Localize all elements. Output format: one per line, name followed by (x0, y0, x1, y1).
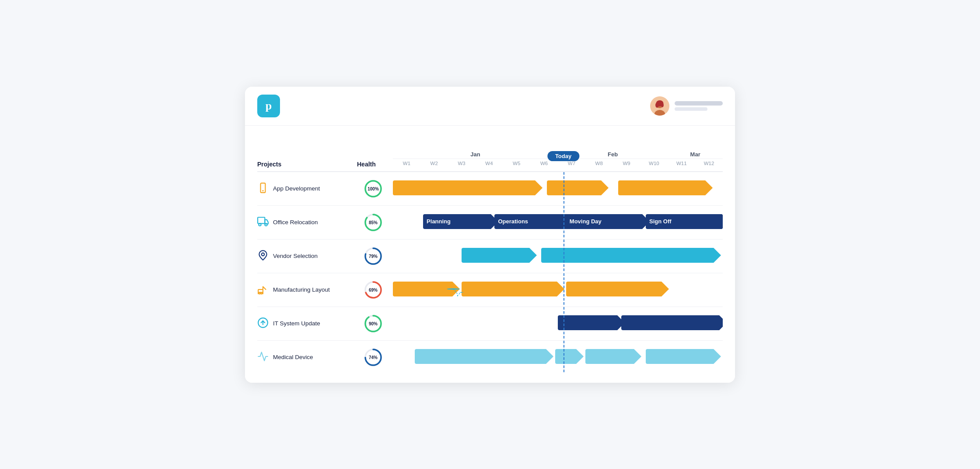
project-name-office-relocation: Office Relocation (257, 206, 354, 239)
today-pill: Today (547, 151, 579, 161)
health-header (354, 151, 393, 159)
project-icon-it-system-update (257, 317, 269, 330)
svg-point-4 (661, 103, 664, 107)
project-icon-office-relocation (257, 216, 269, 229)
health-app-dev: 100% (354, 172, 393, 205)
main-content: TodayJanFebMarProjectsHealthW1W2W3W4W5W6… (245, 126, 735, 383)
health-col-label: Health (354, 159, 393, 171)
projects-header (257, 151, 354, 159)
project-name-it-system-update: IT System Update (257, 307, 354, 340)
bar-it-system-update-0[interactable] (558, 315, 617, 330)
project-label-office-relocation: Office Relocation (273, 219, 318, 226)
week-header-W12: W12 (695, 159, 723, 171)
svg-point-21 (261, 293, 262, 294)
week-header-W9: W9 (613, 159, 640, 171)
bar-manufacturing-layout-0[interactable] (393, 282, 452, 296)
health-label-office-relocation: 85% (369, 220, 378, 225)
bar-app-dev-2[interactable] (618, 180, 705, 195)
bar-medical-device-1[interactable] (555, 349, 576, 364)
timeline-manufacturing-layout (393, 273, 723, 305)
bar-label-office-relocation-2: Moving Day (566, 218, 642, 225)
svg-rect-9 (258, 217, 265, 223)
project-icon-manufacturing-layout (257, 283, 269, 296)
logo: p (257, 95, 280, 117)
circle-progress-manufacturing-layout: 69% (364, 280, 383, 300)
project-label-medical-device: Medical Device (273, 354, 313, 360)
health-label-vendor-selection: 79% (369, 254, 378, 258)
user-info (675, 101, 723, 111)
health-label-medical-device: 74% (369, 355, 378, 360)
user-role-bar (675, 107, 707, 111)
circle-progress-it-system-update: 90% (364, 314, 383, 333)
health-label-manufacturing-layout: 69% (369, 287, 378, 292)
project-row-it-system-update: IT System Update 90% (257, 307, 723, 340)
svg-point-11 (265, 223, 267, 226)
week-header-W8: W8 (585, 159, 613, 171)
bar-medical-device-2[interactable] (585, 349, 634, 364)
bar-medical-device-0[interactable] (415, 349, 546, 364)
svg-point-10 (259, 223, 261, 226)
bar-office-relocation-3[interactable]: Sign Off (646, 214, 722, 229)
project-icon-medical-device (257, 351, 269, 364)
project-row-office-relocation: Office Relocation 85% Planning Operation… (257, 205, 723, 239)
gantt-chart: TodayJanFebMarProjectsHealthW1W2W3W4W5W6… (257, 138, 723, 374)
svg-rect-17 (258, 289, 263, 293)
project-row-medical-device: Medical Device 74% (257, 340, 723, 374)
project-label-manufacturing-layout: Manufacturing Layout (273, 286, 330, 293)
health-label-app-dev: 100% (368, 186, 379, 191)
health-vendor-selection: 79% (354, 240, 393, 273)
svg-point-1 (654, 110, 665, 116)
bar-manufacturing-layout-2[interactable] (566, 282, 662, 296)
svg-point-3 (655, 102, 659, 108)
logo-letter: p (266, 100, 272, 112)
timeline-medical-device (393, 341, 723, 372)
project-label-app-dev: App Development (273, 185, 320, 192)
health-label-it-system-update: 90% (369, 321, 378, 326)
bar-label-office-relocation-0: Planning (423, 218, 491, 225)
bar-vendor-selection-0[interactable] (462, 248, 529, 263)
project-name-medical-device: Medical Device (257, 341, 354, 374)
project-name-vendor-selection: Vendor Selection (257, 240, 354, 273)
week-header-W3: W3 (448, 159, 476, 171)
project-row-manufacturing-layout: Manufacturing Layout 69% (257, 273, 723, 307)
circle-progress-medical-device: 74% (364, 348, 383, 367)
bar-app-dev-0[interactable] (393, 180, 535, 195)
health-office-relocation: 85% (354, 206, 393, 239)
week-header-W5: W5 (503, 159, 530, 171)
circle-progress-vendor-selection: 79% (364, 247, 383, 266)
bar-vendor-selection-2[interactable] (591, 248, 714, 263)
timeline-it-system-update (393, 307, 723, 339)
circle-progress-app-dev: 100% (364, 179, 383, 198)
bar-office-relocation-0[interactable]: Planning (423, 214, 491, 229)
timeline-app-dev (393, 172, 723, 204)
bar-it-system-update-1[interactable] (621, 315, 719, 330)
svg-point-20 (259, 293, 260, 294)
project-row-vendor-selection: Vendor Selection 79% (257, 239, 723, 273)
month-mar: Mar (668, 151, 723, 159)
bar-app-dev-1[interactable] (547, 180, 601, 195)
week-header-W10: W10 (640, 159, 668, 171)
project-icon-vendor-selection (257, 250, 269, 263)
health-manufacturing-layout: 69% (354, 273, 393, 307)
health-medical-device: 74% (354, 341, 393, 374)
header: p (245, 87, 735, 126)
user-name-bar (675, 101, 723, 106)
bar-office-relocation-2[interactable]: Moving Day (566, 214, 642, 229)
project-row-app-dev: App Development 100% (257, 172, 723, 205)
projects-col-label: Projects (257, 159, 354, 171)
health-it-system-update: 90% (354, 307, 393, 340)
app-container: p TodayJanFebMarProjectsHealthW1W2W3 (245, 87, 735, 383)
project-name-app-dev: App Development (257, 172, 354, 205)
month-jan: Jan (393, 151, 558, 159)
bar-medical-device-3[interactable] (646, 349, 714, 364)
project-icon-app-dev (257, 182, 269, 195)
week-header-W4: W4 (475, 159, 503, 171)
timeline-vendor-selection (393, 240, 723, 271)
project-label-vendor-selection: Vendor Selection (273, 253, 318, 259)
week-header-W1: W1 (393, 159, 420, 171)
header-right (650, 96, 723, 116)
project-label-it-system-update: IT System Update (273, 320, 320, 327)
bar-manufacturing-layout-1[interactable] (462, 282, 557, 296)
bar-office-relocation-1[interactable]: Operations (494, 214, 570, 229)
bar-label-office-relocation-3: Sign Off (646, 218, 722, 225)
